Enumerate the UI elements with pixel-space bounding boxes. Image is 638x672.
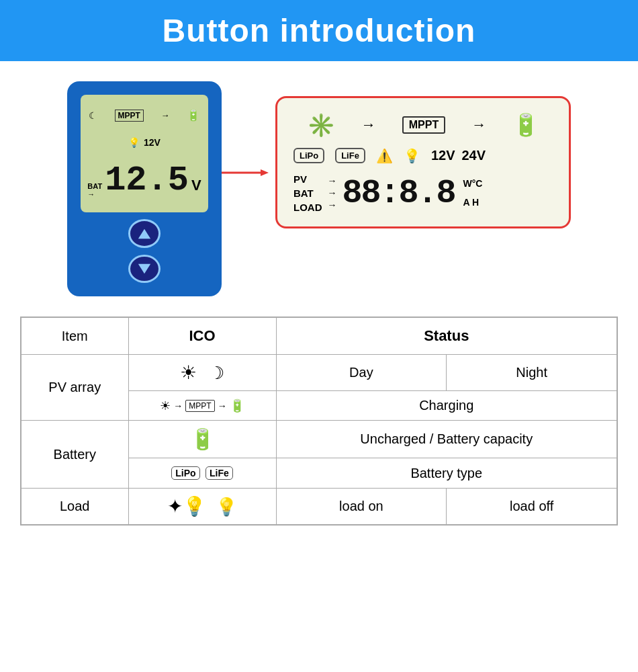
night-status: Night (447, 355, 617, 391)
device-illustration-section: ☾ MPPT → 🔋 💡 12V BAT → 12.5 V (0, 61, 638, 310)
page-title: Button introduction (0, 12, 638, 49)
12v-label: 12V (431, 148, 455, 163)
moon-icon: ☾ (89, 110, 97, 121)
lipo-tag-table: LiPo (171, 466, 199, 480)
table-section: Item ICO Status PV array ☀ ☽ Day Night (0, 310, 638, 539)
battery-capacity-icon: 🔋 (128, 421, 276, 458)
unit-ah: A H (463, 197, 483, 208)
connector-line (222, 168, 269, 169)
solar-controller-device: ☾ MPPT → 🔋 💡 12V BAT → 12.5 V (67, 81, 222, 296)
lcd-detail-panel: ✳️ → MPPT → 🔋 LiPo LiFe ⚠️ 💡 12V 24V PV … (275, 96, 571, 228)
lcd-detail-bottom-row: PV BAT LOAD → → → 88:8.8 W°C A H (293, 173, 553, 213)
voltage-label-small: 12V (144, 137, 161, 148)
page-header: Button introduction (0, 0, 638, 61)
load-arrow: → (328, 200, 337, 210)
arrows-col: → → → (328, 175, 337, 210)
svg-marker-1 (138, 264, 150, 274)
load-off-icon: 💡 (216, 497, 237, 517)
header-status: Status (276, 317, 617, 355)
lcd-top-row: ☾ MPPT → 🔋 (89, 109, 200, 122)
arrow1-detail: → (361, 116, 376, 134)
lcd-reading: BAT → 12.5 V (87, 163, 201, 198)
svg-marker-3 (261, 169, 269, 176)
volt-labels-detail: 12V 24V (431, 148, 486, 163)
arrow-icon: → (161, 110, 169, 120)
pv-arrow: → (328, 175, 337, 186)
down-button[interactable] (128, 255, 161, 283)
button-intro-table: Item ICO Status PV array ☀ ☽ Day Night (20, 317, 618, 526)
load-off-status: load off (447, 489, 617, 526)
load-icons-cell: ✦💡 💡 (128, 489, 276, 526)
up-button[interactable] (128, 219, 161, 247)
unit-column: W°C A H (463, 178, 483, 208)
header-ico: ICO (128, 317, 276, 355)
bulb-icon-detail: 💡 (404, 148, 420, 164)
battery-symbol-icon: 🔋 (190, 428, 215, 450)
battery-type-icons: LiPo LiFe (128, 458, 276, 489)
pv-array-item: PV array (21, 355, 128, 421)
life-tag-detail: LiFe (335, 148, 365, 163)
device-lcd-screen: ☾ MPPT → 🔋 💡 12V BAT → 12.5 V (81, 95, 208, 212)
lcd-mid-row: 💡 12V (89, 137, 200, 148)
charging-icon-cell: ☀ → MPPT → 🔋 (128, 391, 276, 421)
bat-label-detail: BAT (293, 187, 322, 199)
battery-item: Battery (21, 421, 128, 489)
battery-type-status: Battery type (276, 458, 617, 489)
arrow2-detail: → (471, 116, 486, 134)
day-status: Day (276, 355, 447, 391)
mppt-label-small: MPPT (115, 110, 144, 122)
table-header-row: Item ICO Status (21, 317, 617, 355)
battery-full-icon: 🔋 (187, 109, 200, 122)
life-tag-table: LiFe (206, 466, 233, 480)
lipo-tag-detail: LiPo (293, 148, 324, 163)
down-arrow-icon (137, 261, 152, 276)
pv-day-night-icons: ☀ ☽ (128, 355, 276, 391)
batt-charge-icon: 🔋 (230, 398, 244, 413)
unit-wc: W°C (463, 178, 483, 189)
sun-icon-table: ☀ (180, 362, 197, 383)
table-row: Load ✦💡 💡 load on load off (21, 489, 617, 526)
lcd-big-number: 12.5 (105, 163, 189, 198)
bat-arrow: → (328, 187, 337, 198)
battery-icon-detail: 🔋 (512, 112, 539, 138)
battery-capacity-status: Uncharged / Battery capacity (276, 421, 617, 458)
load-on-icon: ✦💡 (167, 496, 206, 517)
lcd-unit: V (191, 177, 201, 194)
load-on-status: load on (276, 489, 447, 526)
warning-icon-detail: ⚠️ (376, 148, 393, 164)
sun-charge-icon: ☀ (160, 398, 171, 413)
load-item: Load (21, 489, 128, 526)
table-row: Battery 🔋 Uncharged / Battery capacity (21, 421, 617, 458)
24v-label: 24V (462, 148, 486, 163)
pv-bat-load-labels: PV BAT LOAD (293, 173, 322, 213)
charging-flow-icons: ☀ → MPPT → 🔋 (134, 398, 271, 413)
mppt-box-detail: MPPT (402, 116, 445, 134)
lcd-detail-mid-row: LiPo LiFe ⚠️ 💡 12V 24V (293, 148, 553, 164)
sun-icon-detail: ✳️ (307, 112, 335, 138)
up-arrow-icon (137, 226, 152, 241)
connector-arrow-svg (222, 168, 269, 177)
arrow-charge2: → (218, 401, 227, 411)
header-item: Item (21, 317, 128, 355)
bulb-icon-small: 💡 (128, 137, 140, 148)
lcd-detail-top-row: ✳️ → MPPT → 🔋 (293, 112, 553, 138)
arrow-charge1: → (173, 401, 183, 411)
pv-label-detail: PV (293, 173, 322, 185)
svg-marker-0 (138, 228, 150, 239)
charging-status: Charging (276, 391, 617, 421)
seg-display: 88:8.8 (343, 174, 455, 212)
table-row: PV array ☀ ☽ Day Night (21, 355, 617, 391)
bat-label-lcd: BAT → (87, 182, 102, 198)
mppt-charge-box: MPPT (185, 400, 214, 412)
load-label-detail: LOAD (293, 202, 322, 213)
moon-icon-table: ☽ (209, 363, 224, 383)
